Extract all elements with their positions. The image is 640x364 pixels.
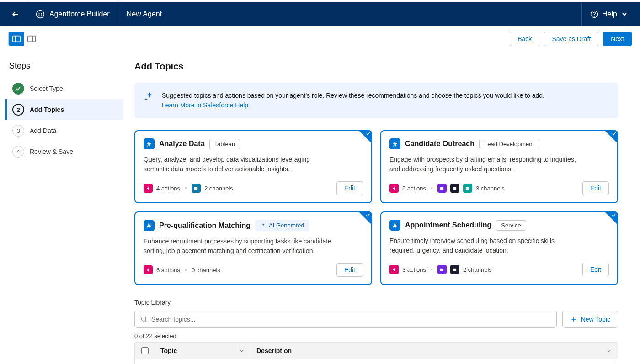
app-title-region: Agentforce Builder: [27, 2, 118, 26]
channel-icon: [437, 184, 447, 193]
topic-card[interactable]: #Candidate OutreachLead DevelopmentEngag…: [380, 130, 618, 203]
step-add-data[interactable]: 3Add Data: [5, 120, 123, 141]
channel-icon: [450, 265, 459, 274]
actions-icon: [389, 265, 399, 274]
channel-icon: [192, 184, 201, 193]
step-add-topics[interactable]: 2Add Topics: [5, 99, 123, 120]
back-button[interactable]: Back: [510, 32, 539, 46]
panel-right-icon: [27, 35, 36, 42]
action-toolbar: Back Save as Draft Next: [0, 26, 640, 52]
selection-count: 0 of 22 selected: [134, 332, 618, 339]
save-draft-button[interactable]: Save as Draft: [544, 32, 598, 46]
agent-name: New Agent: [118, 10, 170, 18]
hash-icon: #: [144, 220, 155, 231]
back-arrow-button[interactable]: [4, 2, 27, 26]
new-topic-button[interactable]: New Topic: [562, 311, 618, 328]
chevron-down-icon: [621, 11, 628, 18]
actions-count: 6 actions: [156, 267, 180, 274]
channels-count: 3 channels: [476, 185, 505, 192]
banner-text: Suggested topics and actions based on yo…: [162, 92, 544, 99]
panel-left-icon: [12, 35, 21, 42]
chevron-down-icon: [606, 348, 612, 354]
svg-line-16: [145, 321, 147, 322]
channel-icon: [437, 265, 447, 274]
app-title: Agentforce Builder: [49, 10, 110, 18]
hash-icon: #: [389, 220, 400, 231]
suggestions-banner: Suggested topics and actions based on yo…: [134, 83, 618, 118]
channel-icon: [463, 184, 472, 193]
search-container: [134, 311, 557, 328]
select-all-checkbox[interactable]: [141, 347, 149, 354]
svg-point-2: [41, 13, 42, 15]
svg-rect-7: [27, 36, 35, 42]
topic-card[interactable]: #Appointment SchedulingServiceEnsure tim…: [380, 211, 618, 285]
step-label: Select Type: [30, 85, 63, 92]
app-header: Agentforce Builder New Agent Help: [0, 2, 640, 26]
agentforce-logo-icon: [36, 10, 45, 19]
chevron-down-icon: [239, 348, 245, 354]
step-select-type[interactable]: Select Type: [5, 78, 123, 99]
svg-rect-12: [466, 187, 469, 190]
card-description: Ensure timely interview scheduling based…: [389, 236, 581, 255]
search-icon: [140, 316, 148, 323]
main-content: Add Topics Suggested topics and actions …: [123, 52, 630, 364]
description-column-header[interactable]: Description: [251, 343, 618, 359]
actions-count: 4 actions: [156, 185, 180, 192]
table-header-row: Topic Description: [135, 343, 618, 359]
layout-toggle: [8, 32, 39, 46]
topic-card[interactable]: #Analyze DataTableauQuery, analyze, and …: [134, 130, 372, 203]
svg-rect-9: [194, 187, 197, 190]
topic-library-section: Topic Library New Topic 0 of 22 selected…: [134, 299, 618, 364]
actions-icon: [144, 265, 153, 274]
new-topic-label: New Topic: [581, 316, 610, 323]
edit-button[interactable]: Edit: [336, 263, 363, 277]
table-row: Skill Gap AnalysisIdentifies gaps in app…: [135, 359, 618, 364]
topic-column-header[interactable]: Topic: [155, 343, 251, 359]
channels-count: 0 channels: [192, 267, 220, 274]
hash-icon: #: [144, 138, 155, 149]
channel-icon: [450, 184, 459, 193]
sparkle-icon: [144, 91, 155, 103]
card-title: Pre-qualification Matching: [159, 222, 251, 230]
card-title: Appointment Scheduling: [405, 221, 491, 229]
help-label: Help: [602, 10, 617, 18]
page-title: Add Topics: [134, 61, 618, 72]
search-input[interactable]: [148, 316, 551, 323]
library-title: Topic Library: [134, 299, 618, 306]
svg-point-1: [38, 13, 40, 15]
topic-card[interactable]: #Pre-qualification MatchingAI GeneratedE…: [134, 211, 372, 285]
layout-panel-right-button[interactable]: [24, 32, 39, 46]
svg-point-0: [37, 11, 44, 18]
edit-button[interactable]: Edit: [336, 181, 363, 195]
arrow-left-icon: [11, 10, 20, 19]
svg-rect-13: [440, 268, 443, 271]
topic-tag: Lead Development: [479, 139, 539, 149]
banner-learn-more-link[interactable]: Learn More in Salesforce Help.: [162, 101, 250, 109]
ai-generated-tag: AI Generated: [255, 220, 309, 231]
hash-icon: #: [389, 138, 400, 149]
edit-button[interactable]: Edit: [582, 263, 609, 276]
channels-count: 2 channels: [204, 185, 233, 192]
steps-sidebar: Steps Select Type2Add Topics3Add Data4Re…: [0, 52, 123, 364]
card-description: Engage with prospects by drafting emails…: [389, 155, 581, 174]
svg-rect-10: [440, 187, 443, 190]
topic-library-table: Topic Description Skill Gap AnalysisIden…: [134, 342, 618, 364]
help-menu[interactable]: Help: [581, 2, 636, 26]
plus-icon: [570, 316, 577, 323]
svg-point-15: [142, 317, 146, 321]
step-review-&-save[interactable]: 4Review & Save: [5, 141, 123, 162]
svg-rect-5: [12, 36, 20, 42]
edit-button[interactable]: Edit: [582, 181, 609, 195]
svg-rect-14: [453, 268, 456, 271]
next-button[interactable]: Next: [603, 32, 632, 46]
sidebar-title: Steps: [9, 61, 123, 71]
help-icon: [590, 10, 598, 18]
layout-panel-left-button[interactable]: [9, 32, 24, 46]
svg-point-4: [594, 16, 594, 16]
card-title: Analyze Data: [159, 140, 205, 148]
topic-cards-grid: #Analyze DataTableauQuery, analyze, and …: [134, 130, 618, 285]
svg-rect-11: [453, 187, 456, 190]
topic-tag: Service: [496, 220, 526, 231]
actions-icon: [389, 184, 399, 193]
actions-count: 5 actions: [402, 185, 426, 192]
